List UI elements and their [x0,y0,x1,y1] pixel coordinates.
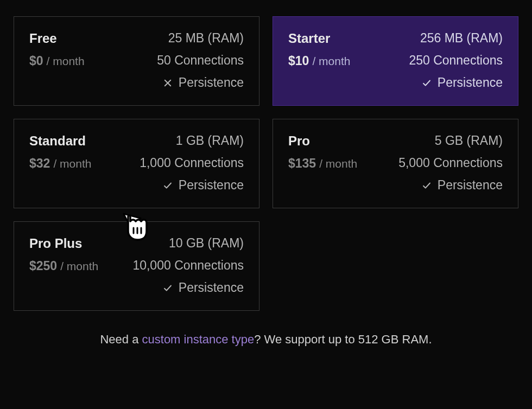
check-icon [421,180,432,191]
plan-card-free[interactable]: Free$0/ month25 MB (RAM)50 ConnectionsPe… [14,16,259,106]
plan-name: Pro [288,133,357,149]
plan-name: Free [29,31,85,46]
plan-ram: 1 GB (RAM) [176,133,244,148]
plan-persistence-line: Persistence [162,178,244,193]
plan-period: / month [53,157,91,170]
plan-period: / month [47,55,85,68]
plan-persistence-label: Persistence [179,75,244,90]
plan-persistence-label: Persistence [179,178,244,193]
plan-card-pro[interactable]: Pro$135/ month5 GB (RAM)5,000 Connection… [273,119,518,208]
plan-price-line: $0/ month [29,54,85,68]
plan-left: Pro$135/ month [288,133,357,171]
plan-left: Free$0/ month [29,31,85,68]
plan-connections: 50 Connections [157,53,244,68]
plan-card-pro-plus[interactable]: Pro Plus$250/ month10 GB (RAM)10,000 Con… [14,221,259,311]
plan-persistence-label: Persistence [179,280,244,295]
plan-left: Standard$32/ month [29,133,91,171]
footer-prefix: Need a [100,333,142,346]
plan-right: 10 GB (RAM)10,000 ConnectionsPersistence [132,236,244,295]
footer-suffix: ? We support up to 512 GB RAM. [254,333,432,346]
plan-price-line: $250/ month [29,259,98,273]
plan-persistence-line: Persistence [162,280,244,295]
custom-instance-link[interactable]: custom instance type [142,333,255,346]
plan-price: $250 [29,259,57,273]
plan-connections: 5,000 Connections [398,156,503,170]
plan-name: Pro Plus [29,236,98,251]
plan-connections: 10,000 Connections [132,258,244,273]
plan-name: Starter [288,31,350,46]
plan-right: 256 MB (RAM)250 ConnectionsPersistence [409,31,503,90]
plan-card-starter[interactable]: Starter$10/ month256 MB (RAM)250 Connect… [273,16,518,106]
plan-price-line: $135/ month [288,156,357,171]
plan-persistence-line: Persistence [421,178,503,193]
plan-price-line: $32/ month [29,156,91,171]
plan-period: / month [319,157,357,170]
plan-left: Pro Plus$250/ month [29,236,98,273]
x-icon [162,78,173,88]
plan-right: 25 MB (RAM)50 ConnectionsPersistence [157,31,244,90]
pricing-grid: Free$0/ month25 MB (RAM)50 ConnectionsPe… [0,0,532,311]
footer-text: Need a custom instance type? We support … [0,333,532,347]
plan-persistence-line: Persistence [162,75,244,90]
plan-card-standard[interactable]: Standard$32/ month1 GB (RAM)1,000 Connec… [14,119,259,208]
plan-period: / month [60,260,98,273]
plan-ram: 5 GB (RAM) [435,133,503,148]
plan-ram: 25 MB (RAM) [168,31,244,46]
plan-ram: 256 MB (RAM) [420,31,503,46]
check-icon [421,78,432,88]
plan-right: 5 GB (RAM)5,000 ConnectionsPersistence [398,133,503,193]
plan-price: $32 [29,156,50,171]
plan-period: / month [312,55,350,68]
plan-name: Standard [29,133,91,149]
plan-price: $10 [288,54,309,68]
plan-persistence-line: Persistence [421,75,503,90]
plan-connections: 250 Connections [409,53,503,68]
plan-connections: 1,000 Connections [140,156,244,170]
plan-left: Starter$10/ month [288,31,350,68]
check-icon [162,283,173,293]
plan-ram: 10 GB (RAM) [169,236,244,251]
plan-persistence-label: Persistence [438,75,503,90]
plan-price: $135 [288,156,316,171]
plan-price: $0 [29,54,43,68]
check-icon [162,180,173,191]
plan-persistence-label: Persistence [438,178,503,193]
plan-right: 1 GB (RAM)1,000 ConnectionsPersistence [140,133,244,193]
plan-price-line: $10/ month [288,54,350,68]
